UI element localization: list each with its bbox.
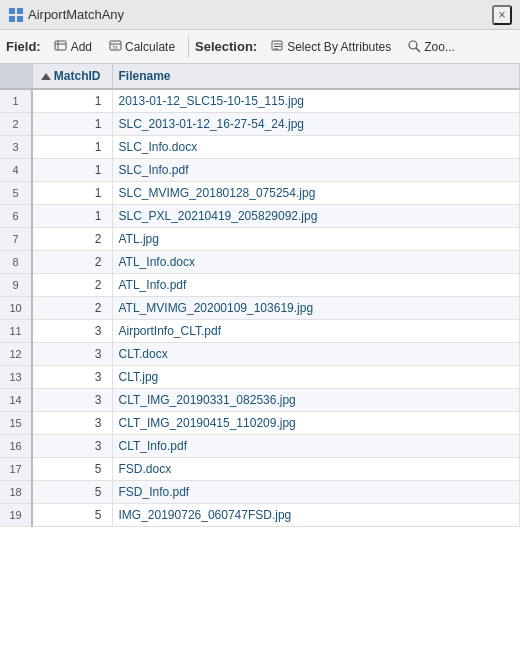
table-row[interactable]: 113AirportInfo_CLT.pdf [0, 320, 520, 343]
cell-rownum: 8 [0, 251, 32, 274]
table-row[interactable]: 102ATL_MVIMG_20200109_103619.jpg [0, 297, 520, 320]
sort-arrow [41, 73, 51, 80]
cell-filename: SLC_2013-01-12_16-27-54_24.jpg [112, 113, 520, 136]
field-section: Field: Add fx Calculate [6, 36, 182, 58]
table-header-row: MatchID Filename [0, 64, 520, 89]
cell-matchid: 3 [32, 343, 112, 366]
svg-rect-3 [17, 16, 23, 22]
grid-icon [8, 7, 24, 23]
cell-rownum: 6 [0, 205, 32, 228]
svg-text:fx: fx [113, 44, 118, 50]
table-row[interactable]: 195IMG_20190726_060747FSD.jpg [0, 504, 520, 527]
cell-rownum: 4 [0, 159, 32, 182]
cell-filename: ATL.jpg [112, 228, 520, 251]
table-container[interactable]: MatchID Filename 112013-01-12_SLC15-10-1… [0, 64, 520, 664]
table-row[interactable]: 31SLC_Info.docx [0, 136, 520, 159]
cell-matchid: 1 [32, 205, 112, 228]
cell-filename: CLT.docx [112, 343, 520, 366]
table-row[interactable]: 112013-01-12_SLC15-10-15_115.jpg [0, 89, 520, 113]
cell-filename: 2013-01-12_SLC15-10-15_115.jpg [112, 89, 520, 113]
add-icon [54, 40, 68, 54]
zoom-icon [407, 40, 421, 54]
cell-matchid: 3 [32, 320, 112, 343]
table-row[interactable]: 185FSD_Info.pdf [0, 481, 520, 504]
svg-rect-2 [9, 16, 15, 22]
cell-filename: CLT_IMG_20190331_082536.jpg [112, 389, 520, 412]
cell-matchid: 2 [32, 251, 112, 274]
cell-rownum: 14 [0, 389, 32, 412]
cell-filename: CLT_IMG_20190415_110209.jpg [112, 412, 520, 435]
cell-filename: FSD.docx [112, 458, 520, 481]
cell-rownum: 10 [0, 297, 32, 320]
cell-matchid: 2 [32, 297, 112, 320]
cell-filename: CLT_Info.pdf [112, 435, 520, 458]
calculate-label: Calculate [125, 40, 175, 54]
cell-rownum: 2 [0, 113, 32, 136]
cell-matchid: 3 [32, 389, 112, 412]
cell-filename: ATL_MVIMG_20200109_103619.jpg [112, 297, 520, 320]
table-row[interactable]: 143CLT_IMG_20190331_082536.jpg [0, 389, 520, 412]
table-row[interactable]: 123CLT.docx [0, 343, 520, 366]
cell-rownum: 13 [0, 366, 32, 389]
cell-filename: IMG_20190726_060747FSD.jpg [112, 504, 520, 527]
cell-matchid: 1 [32, 113, 112, 136]
select-attr-icon [270, 40, 284, 54]
cell-rownum: 1 [0, 89, 32, 113]
calculate-button[interactable]: fx Calculate [101, 36, 182, 58]
cell-rownum: 16 [0, 435, 32, 458]
cell-matchid: 1 [32, 89, 112, 113]
cell-filename: SLC_PXL_20210419_205829092.jpg [112, 205, 520, 228]
window-title: AirportMatchAny [28, 7, 492, 22]
add-button[interactable]: Add [47, 36, 99, 58]
add-label: Add [71, 40, 92, 54]
cell-matchid: 1 [32, 136, 112, 159]
table-row[interactable]: 61SLC_PXL_20210419_205829092.jpg [0, 205, 520, 228]
cell-rownum: 19 [0, 504, 32, 527]
cell-matchid: 5 [32, 481, 112, 504]
zoom-label: Zoo... [424, 40, 455, 54]
close-button[interactable]: × [492, 5, 512, 25]
table-row[interactable]: 133CLT.jpg [0, 366, 520, 389]
select-by-attributes-button[interactable]: Select By Attributes [263, 36, 398, 58]
cell-filename: FSD_Info.pdf [112, 481, 520, 504]
selection-section: Selection: Select By Attributes Zoo... [195, 36, 462, 58]
cell-rownum: 11 [0, 320, 32, 343]
table-row[interactable]: 153CLT_IMG_20190415_110209.jpg [0, 412, 520, 435]
cell-rownum: 12 [0, 343, 32, 366]
field-label: Field: [6, 39, 41, 54]
col-header-rownum [0, 64, 32, 89]
col-header-filename[interactable]: Filename [112, 64, 520, 89]
calculate-icon: fx [108, 40, 122, 54]
cell-matchid: 2 [32, 274, 112, 297]
svg-rect-4 [55, 41, 66, 50]
table-row[interactable]: 51SLC_MVIMG_20180128_075254.jpg [0, 182, 520, 205]
cell-rownum: 17 [0, 458, 32, 481]
svg-line-15 [416, 48, 420, 52]
selection-label: Selection: [195, 39, 257, 54]
title-bar: AirportMatchAny × [0, 0, 520, 30]
toolbar-divider [188, 36, 189, 58]
cell-filename: SLC_Info.docx [112, 136, 520, 159]
select-by-attributes-label: Select By Attributes [287, 40, 391, 54]
cell-filename: SLC_MVIMG_20180128_075254.jpg [112, 182, 520, 205]
cell-matchid: 5 [32, 458, 112, 481]
table-row[interactable]: 92ATL_Info.pdf [0, 274, 520, 297]
table-row[interactable]: 175FSD.docx [0, 458, 520, 481]
col-header-matchid[interactable]: MatchID [32, 64, 112, 89]
table-row[interactable]: 163CLT_Info.pdf [0, 435, 520, 458]
cell-matchid: 3 [32, 366, 112, 389]
cell-matchid: 3 [32, 412, 112, 435]
table-row[interactable]: 82ATL_Info.docx [0, 251, 520, 274]
table-row[interactable]: 41SLC_Info.pdf [0, 159, 520, 182]
cell-filename: ATL_Info.docx [112, 251, 520, 274]
zoom-button[interactable]: Zoo... [400, 36, 462, 58]
table-row[interactable]: 21SLC_2013-01-12_16-27-54_24.jpg [0, 113, 520, 136]
cell-filename: SLC_Info.pdf [112, 159, 520, 182]
cell-filename: CLT.jpg [112, 366, 520, 389]
table-row[interactable]: 72ATL.jpg [0, 228, 520, 251]
cell-rownum: 15 [0, 412, 32, 435]
attributes-table: MatchID Filename 112013-01-12_SLC15-10-1… [0, 64, 520, 527]
cell-matchid: 3 [32, 435, 112, 458]
cell-rownum: 18 [0, 481, 32, 504]
cell-matchid: 1 [32, 159, 112, 182]
